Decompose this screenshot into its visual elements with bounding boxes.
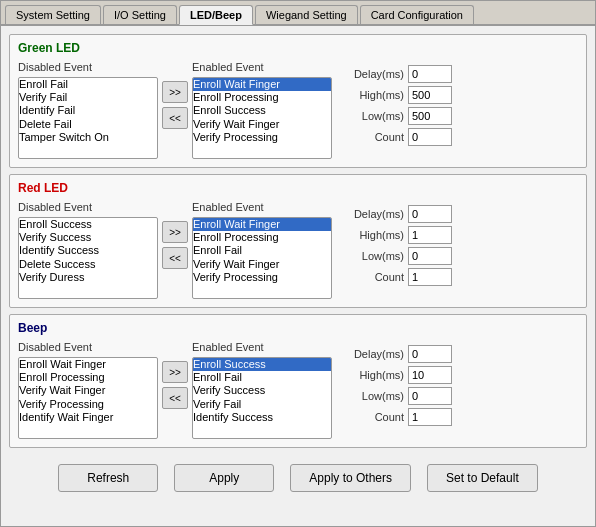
beep-disabled-col: Disabled Event Enroll Wait Finger Enroll…	[18, 341, 158, 439]
green-led-high-label: High(ms)	[344, 89, 404, 101]
green-led-high-input[interactable]	[408, 86, 452, 104]
green-led-count-label: Count	[344, 131, 404, 143]
red-led-enabled-label: Enabled Event	[192, 201, 332, 213]
green-led-enabled-label: Enabled Event	[192, 61, 332, 73]
beep-disabled-list[interactable]: Enroll Wait Finger Enroll Processing Ver…	[18, 357, 158, 439]
beep-delay-input[interactable]	[408, 345, 452, 363]
green-led-low-input[interactable]	[408, 107, 452, 125]
red-led-count-input[interactable]	[408, 268, 452, 286]
main-window: System Setting I/O Setting LED/Beep Wieg…	[0, 0, 596, 527]
red-led-enabled-col: Enabled Event Enroll Wait Finger Enroll …	[192, 201, 332, 299]
green-led-enabled-col: Enabled Event Enroll Wait Finger Enroll …	[192, 61, 332, 159]
set-to-default-button[interactable]: Set to Default	[427, 464, 538, 492]
tab-bar: System Setting I/O Setting LED/Beep Wieg…	[1, 1, 595, 26]
beep-inner: Disabled Event Enroll Wait Finger Enroll…	[18, 341, 578, 439]
beep-delay-label: Delay(ms)	[344, 348, 404, 360]
beep-low-label: Low(ms)	[344, 390, 404, 402]
refresh-button[interactable]: Refresh	[58, 464, 158, 492]
green-led-disabled-label: Disabled Event	[18, 61, 158, 73]
beep-high-label: High(ms)	[344, 369, 404, 381]
green-led-low-row: Low(ms)	[344, 107, 452, 125]
red-led-high-row: High(ms)	[344, 226, 452, 244]
green-led-forward-btn[interactable]: >>	[162, 81, 188, 103]
tab-content: Green LED Disabled Event Enroll Fail Ver…	[1, 26, 595, 526]
red-led-arrows: >> <<	[162, 221, 188, 269]
red-led-delay-row: Delay(ms)	[344, 205, 452, 223]
beep-title: Beep	[18, 321, 578, 335]
beep-high-input[interactable]	[408, 366, 452, 384]
red-led-inner: Disabled Event Enroll Success Verify Suc…	[18, 201, 578, 299]
green-led-delay-input[interactable]	[408, 65, 452, 83]
red-led-delay-label: Delay(ms)	[344, 208, 404, 220]
tab-led-beep[interactable]: LED/Beep	[179, 5, 253, 25]
beep-enabled-list[interactable]: Enroll Success Enroll Fail Verify Succes…	[192, 357, 332, 439]
green-led-inner: Disabled Event Enroll Fail Verify Fail I…	[18, 61, 578, 159]
red-led-count-label: Count	[344, 271, 404, 283]
beep-low-row: Low(ms)	[344, 387, 452, 405]
tab-io-setting[interactable]: I/O Setting	[103, 5, 177, 24]
beep-arrows: >> <<	[162, 361, 188, 409]
red-led-enabled-list[interactable]: Enroll Wait Finger Enroll Processing Enr…	[192, 217, 332, 299]
green-led-delay-row: Delay(ms)	[344, 65, 452, 83]
apply-button[interactable]: Apply	[174, 464, 274, 492]
red-led-high-label: High(ms)	[344, 229, 404, 241]
green-led-count-row: Count	[344, 128, 452, 146]
green-led-disabled-col: Disabled Event Enroll Fail Verify Fail I…	[18, 61, 158, 159]
beep-forward-btn[interactable]: >>	[162, 361, 188, 383]
beep-enabled-col: Enabled Event Enroll Success Enroll Fail…	[192, 341, 332, 439]
red-led-disabled-col: Disabled Event Enroll Success Verify Suc…	[18, 201, 158, 299]
beep-count-row: Count	[344, 408, 452, 426]
bottom-buttons: Refresh Apply Apply to Others Set to Def…	[9, 454, 587, 500]
red-led-low-input[interactable]	[408, 247, 452, 265]
green-led-enabled-list[interactable]: Enroll Wait Finger Enroll Processing Enr…	[192, 77, 332, 159]
apply-to-others-button[interactable]: Apply to Others	[290, 464, 411, 492]
tab-wiegand-setting[interactable]: Wiegand Setting	[255, 5, 358, 24]
tab-system-setting[interactable]: System Setting	[5, 5, 101, 24]
green-led-high-row: High(ms)	[344, 86, 452, 104]
beep-count-label: Count	[344, 411, 404, 423]
beep-high-row: High(ms)	[344, 366, 452, 384]
green-led-count-input[interactable]	[408, 128, 452, 146]
green-led-section: Green LED Disabled Event Enroll Fail Ver…	[9, 34, 587, 168]
red-led-back-btn[interactable]: <<	[162, 247, 188, 269]
red-led-low-row: Low(ms)	[344, 247, 452, 265]
red-led-disabled-label: Disabled Event	[18, 201, 158, 213]
red-led-count-row: Count	[344, 268, 452, 286]
red-led-delay-col: Delay(ms) High(ms) Low(ms) Count	[344, 205, 452, 286]
green-led-delay-col: Delay(ms) High(ms) Low(ms) Count	[344, 65, 452, 146]
beep-section: Beep Disabled Event Enroll Wait Finger E…	[9, 314, 587, 448]
green-led-back-btn[interactable]: <<	[162, 107, 188, 129]
beep-delay-col: Delay(ms) High(ms) Low(ms) Count	[344, 345, 452, 426]
beep-count-input[interactable]	[408, 408, 452, 426]
red-led-low-label: Low(ms)	[344, 250, 404, 262]
red-led-section: Red LED Disabled Event Enroll Success Ve…	[9, 174, 587, 308]
green-led-title: Green LED	[18, 41, 578, 55]
beep-delay-row: Delay(ms)	[344, 345, 452, 363]
red-led-high-input[interactable]	[408, 226, 452, 244]
beep-low-input[interactable]	[408, 387, 452, 405]
green-led-disabled-list[interactable]: Enroll Fail Verify Fail Identify Fail De…	[18, 77, 158, 159]
green-led-delay-label: Delay(ms)	[344, 68, 404, 80]
red-led-disabled-list[interactable]: Enroll Success Verify Success Identify S…	[18, 217, 158, 299]
red-led-delay-input[interactable]	[408, 205, 452, 223]
beep-enabled-label: Enabled Event	[192, 341, 332, 353]
beep-back-btn[interactable]: <<	[162, 387, 188, 409]
green-led-arrows: >> <<	[162, 81, 188, 129]
beep-disabled-label: Disabled Event	[18, 341, 158, 353]
tab-card-configuration[interactable]: Card Configuration	[360, 5, 474, 24]
green-led-low-label: Low(ms)	[344, 110, 404, 122]
red-led-title: Red LED	[18, 181, 578, 195]
red-led-forward-btn[interactable]: >>	[162, 221, 188, 243]
